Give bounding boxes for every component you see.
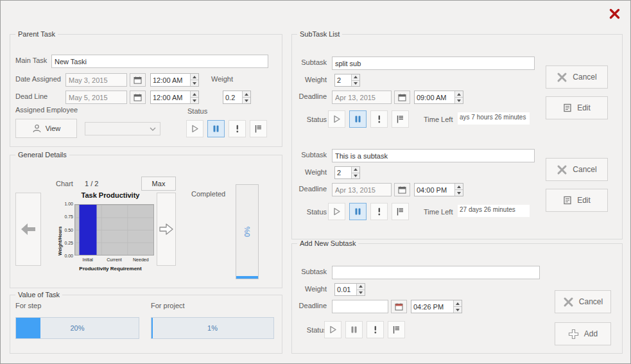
play-icon (333, 207, 341, 216)
spinner-down-button[interactable] (352, 173, 359, 179)
status-pause-button[interactable] (207, 120, 225, 137)
new-deadline-input[interactable] (332, 300, 388, 313)
new-subtask-input[interactable] (332, 266, 540, 279)
spinner-up-button[interactable] (357, 284, 365, 290)
date-assigned-input[interactable] (65, 73, 127, 87)
group-title: Value of Task (15, 291, 62, 299)
status-flag-button[interactable] (392, 110, 409, 128)
date-assigned-calendar-button[interactable] (130, 73, 146, 87)
spinner-up-button[interactable] (352, 167, 359, 173)
spinner-up-button[interactable] (454, 300, 462, 306)
time-left-value: ays 7 hours 26 minutes (458, 112, 530, 125)
for-project-progress-text: 1% (151, 318, 273, 338)
subtask-input[interactable] (332, 56, 535, 70)
deadline-input[interactable] (332, 91, 392, 104)
edit-subtask-button[interactable]: Edit (546, 189, 608, 212)
spinner-up-button[interactable] (191, 74, 198, 80)
deadline-input[interactable] (332, 183, 392, 196)
pause-icon (350, 325, 358, 334)
weight-spinner[interactable]: 2 (334, 74, 360, 87)
subtask-status-group (328, 110, 409, 128)
weight-label: Weight (298, 168, 327, 176)
chart-prev-button[interactable] (15, 193, 41, 266)
arrow-right-icon (159, 223, 174, 236)
cancel-icon (557, 164, 567, 175)
edit-icon (563, 196, 572, 205)
chart-label: Chart (56, 180, 73, 187)
main-task-input[interactable] (51, 55, 268, 68)
pause-icon (354, 115, 362, 123)
spinner-down-button[interactable] (357, 290, 365, 296)
deadline-calendar-button[interactable] (394, 183, 410, 196)
spinner-down-button[interactable] (191, 97, 198, 103)
chart-next-button[interactable] (157, 193, 176, 266)
deadline-time-spinner[interactable]: 09:00 AM (414, 91, 463, 104)
status-play-button[interactable] (328, 203, 345, 220)
subtask-input[interactable] (332, 149, 535, 162)
weight-spinner[interactable]: 2 (334, 166, 360, 179)
status-urgent-button[interactable] (370, 110, 388, 128)
spinner-value: 0.2 (223, 91, 242, 103)
status-urgent-button[interactable] (367, 321, 384, 338)
dead-line-time-spinner[interactable]: 12:00 AM (150, 91, 199, 104)
new-deadline-calendar-button[interactable] (391, 300, 407, 313)
spinner-down-button[interactable] (352, 80, 359, 87)
subtask-item: Subtask Weight 2 Deadline 04:00 PM Statu… (292, 144, 622, 236)
deadline-time-spinner[interactable]: 04:00 PM (414, 183, 463, 196)
spinner-value: 09:00 AM (415, 91, 454, 103)
status-play-button[interactable] (328, 110, 345, 128)
play-icon (191, 125, 199, 133)
spinner-value: 0.01 (335, 284, 356, 295)
spinner-up-button[interactable] (455, 91, 463, 97)
deadline-calendar-button[interactable] (394, 91, 410, 104)
spinner-up-button[interactable] (352, 74, 359, 80)
value-of-task-group: Value of Task For step 20% For project 1… (10, 295, 282, 354)
spinner-down-button[interactable] (455, 189, 463, 196)
date-assigned-time-spinner[interactable]: 12:00 AM (150, 73, 199, 87)
view-button-label: View (46, 125, 61, 132)
close-button[interactable] (605, 5, 624, 22)
group-title: Parent Task (15, 30, 58, 38)
status-pause-button[interactable] (345, 321, 363, 338)
calendar-icon (134, 76, 142, 84)
spinner-up-button[interactable] (455, 184, 463, 189)
chevron-down-icon (150, 127, 156, 131)
weight-spinner[interactable]: 0.2 (223, 91, 251, 104)
add-subtask-button[interactable]: Add (555, 322, 611, 345)
cancel-add-button[interactable]: Cancel (555, 290, 611, 313)
group-title: General Details (15, 151, 69, 159)
new-deadline-time-spinner[interactable]: 04:26 PM (411, 300, 462, 313)
employee-dropdown[interactable] (85, 122, 160, 135)
ytick: 0.00 (64, 254, 73, 258)
spinner-up-button[interactable] (243, 91, 250, 97)
status-urgent-button[interactable] (370, 203, 388, 220)
ytick: 0.25 (64, 241, 73, 245)
weight-label: Weight (211, 75, 233, 83)
spinner-down-button[interactable] (455, 97, 463, 103)
status-pause-button[interactable] (349, 110, 367, 128)
cancel-subtask-button[interactable]: Cancel (546, 65, 608, 89)
main-task-label: Main Task (15, 56, 47, 64)
status-label: Status (298, 208, 327, 216)
cancel-subtask-button[interactable]: Cancel (546, 158, 608, 181)
status-flag-button[interactable] (388, 321, 405, 338)
status-flag-button[interactable] (392, 203, 409, 220)
spinner-down-button[interactable] (243, 97, 250, 103)
dead-line-input[interactable] (65, 91, 127, 104)
status-pause-button[interactable] (349, 203, 367, 220)
status-play-button[interactable] (324, 321, 341, 338)
spinner-up-button[interactable] (191, 91, 198, 97)
status-play-button[interactable] (186, 120, 203, 137)
new-weight-spinner[interactable]: 0.01 (334, 283, 365, 296)
view-button[interactable]: View (15, 119, 77, 138)
xtick: Initial (74, 257, 101, 262)
status-flag-button[interactable] (250, 120, 267, 137)
exclamation-icon (375, 207, 383, 216)
dead-line-calendar-button[interactable] (130, 91, 146, 104)
spinner-down-button[interactable] (191, 80, 198, 86)
spinner-down-button[interactable] (454, 306, 462, 313)
calendar-icon (398, 94, 406, 101)
edit-subtask-button[interactable]: Edit (546, 96, 608, 119)
max-button[interactable]: Max (141, 177, 176, 191)
status-urgent-button[interactable] (229, 120, 246, 137)
